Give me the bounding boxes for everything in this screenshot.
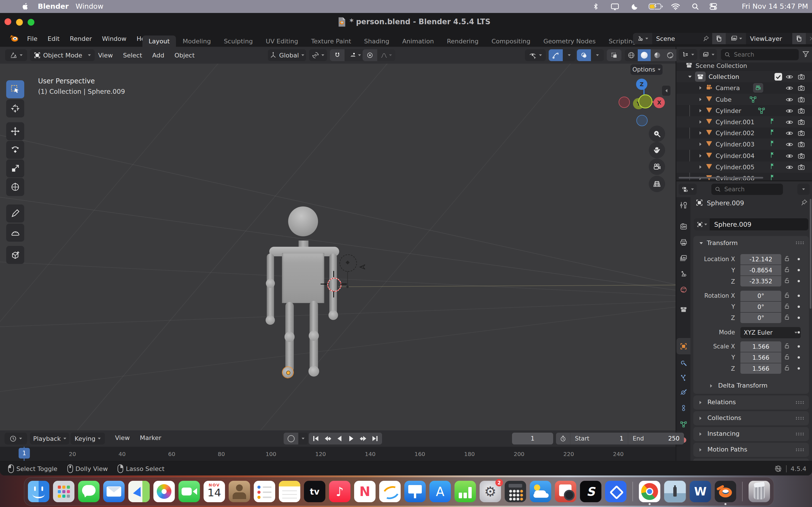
gizmo-axis-x[interactable]: X [654,97,665,108]
tool-measure[interactable] [6,224,24,242]
disable-render-toggle[interactable] [798,141,805,149]
collection-checkbox[interactable] [774,73,782,82]
show-overlays-toggle[interactable] [577,49,591,61]
dock-google-chrome[interactable] [639,481,660,502]
animate-dot[interactable] [798,258,800,260]
menubar-window-menu[interactable]: Window [75,2,103,10]
window-titlebar[interactable]: * person.blend - Blender 4.5.4 LTS [0,13,812,31]
camera-data-badge[interactable] [753,83,763,93]
editor-type-button[interactable] [5,49,27,61]
hide-eye-toggle[interactable] [786,129,793,138]
pivot-point-dropdown[interactable] [309,49,327,61]
tab-particles[interactable] [676,370,691,385]
dock-numbers[interactable] [455,481,476,502]
dock-trash[interactable] [749,481,770,502]
model-hand-left[interactable] [266,316,275,325]
hide-eye-toggle[interactable] [786,73,793,82]
motion-paths-panel[interactable]: Motion Paths [693,443,809,457]
traffic-zoom-button[interactable] [28,19,35,25]
gizmo-axis-x-neg[interactable] [619,97,630,108]
playback-menu[interactable]: Playback [30,433,69,445]
tab-world[interactable] [676,282,691,297]
hide-eye-toggle[interactable] [786,84,793,93]
animate-dot[interactable] [798,356,800,358]
delta-transform-header[interactable]: Delta Transform [718,382,767,389]
tab-layout[interactable]: Layout [142,36,176,47]
focus-moon-icon[interactable] [631,2,639,12]
object-name-input[interactable]: Sphere.009 [710,218,808,230]
outliner-search-box[interactable] [721,49,799,60]
tab-constraints[interactable] [676,400,691,415]
outliner-search-input[interactable] [733,51,785,58]
control-center-icon[interactable] [709,2,717,12]
gizmo-axis-y-neg-front[interactable] [638,94,652,108]
wifi-icon[interactable] [671,2,680,12]
disable-render-toggle[interactable] [798,84,805,93]
model-knee-left[interactable] [285,332,295,342]
dock-messages[interactable] [78,481,100,502]
disable-render-toggle[interactable] [798,107,805,116]
outliner-display-mode-button[interactable] [679,49,697,60]
viewport-3d[interactable]: User Perspective (1) Collection | Sphere… [0,64,675,431]
jump-to-start-button[interactable] [310,436,321,441]
tab-sculpting[interactable]: Sculpting [218,36,259,47]
dock-news[interactable]: N [354,481,375,502]
use-preview-range-toggle[interactable] [556,433,570,445]
transform-panel-title[interactable]: Transform [707,239,738,246]
mesh-data-badge[interactable] [749,96,757,105]
disable-render-toggle[interactable] [798,73,805,82]
properties-search-input[interactable] [724,186,767,193]
blender-logo-icon[interactable] [8,34,20,45]
apple-menu-icon[interactable] [21,2,29,12]
dock-blender[interactable] [715,481,736,502]
proportional-edit-toggle[interactable] [363,49,377,61]
timeline-editor-type-button[interactable] [4,433,27,445]
tab-compositing[interactable]: Compositing [485,36,537,47]
outliner-row-cylinder[interactable]: Cylinder [676,105,812,116]
lock-icon[interactable] [783,364,790,372]
tab-collection-props[interactable] [676,302,691,317]
outliner-row-cylinder-004[interactable]: Cylinder.004 [676,150,812,161]
disable-render-toggle[interactable] [798,152,805,161]
traffic-minimize-button[interactable] [16,19,23,25]
properties-editor-type-button[interactable] [679,184,697,195]
tab-modeling[interactable]: Modeling [176,36,217,47]
tool-scale[interactable] [6,159,24,177]
viewport-menu-object[interactable]: Object [169,52,200,59]
properties-scrollbar[interactable] [810,199,811,309]
viewlayer-remove-button[interactable] [806,33,812,44]
tool-annotate[interactable] [6,205,24,223]
outliner-row-cylinder-002[interactable]: Cylinder.002 [676,127,812,138]
jump-to-end-button[interactable] [370,436,380,441]
viewlayer-browse-button[interactable] [727,33,746,44]
tab-render[interactable] [676,219,691,234]
keying-menu[interactable]: Keying [70,433,105,445]
menu-edit[interactable]: Edit [43,35,65,42]
autokey-toggle[interactable] [284,433,298,445]
lock-icon[interactable] [783,303,790,311]
traffic-close-button[interactable] [4,18,11,25]
zoom-view-button[interactable] [649,126,665,142]
show-gizmo-toggle[interactable] [549,49,563,61]
hide-eye-toggle[interactable] [786,164,793,172]
model-head[interactable] [288,207,318,236]
menu-render[interactable]: Render [64,35,97,42]
loc-z-field[interactable]: -23.352 [741,276,781,286]
camera-view-button[interactable] [649,159,665,175]
hide-eye-toggle[interactable] [786,141,793,149]
lock-icon[interactable] [783,292,790,300]
viewport-menu-add[interactable]: Add [147,52,169,59]
menubar-app-name[interactable]: Blender [38,2,69,10]
tool-cursor[interactable] [6,100,24,117]
tab-animation[interactable]: Animation [396,36,440,47]
bluetooth-icon[interactable] [592,2,599,12]
breadcrumb-object-name[interactable]: Sphere.009 [707,200,744,207]
collections-panel[interactable]: Collections [693,411,809,425]
start-frame-field[interactable]: Start 1 [570,433,628,445]
dock-contacts[interactable] [229,481,250,502]
disable-render-toggle[interactable] [798,164,805,172]
disable-render-toggle[interactable] [798,129,805,138]
tool-add-cube[interactable] [6,246,24,264]
transform-grip[interactable] [795,241,805,244]
menu-window[interactable]: Window [97,35,132,42]
